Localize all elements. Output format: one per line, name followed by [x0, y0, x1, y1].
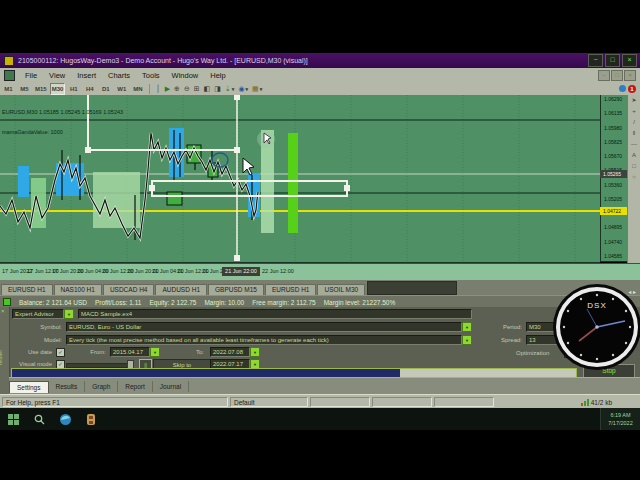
trendline-icon[interactable]: / [633, 119, 635, 126]
expert-advisor-field[interactable]: MACD Sample.ex4 [78, 309, 472, 319]
restore-button[interactable]: □ [605, 54, 620, 67]
search-button[interactable] [26, 408, 52, 430]
test-progress-fill [12, 369, 400, 377]
chart-area[interactable]: EURUSD,M30 1.05185 1.05245 1.05169 1.052… [0, 95, 600, 263]
use-date-checkbox[interactable]: ✓ [56, 348, 65, 357]
dropdown-caret[interactable]: ▾ [245, 84, 248, 94]
timeframe-button[interactable]: M5 [17, 83, 32, 95]
timeframe-button[interactable]: M30 [50, 83, 66, 95]
hline-icon[interactable]: — [631, 141, 637, 148]
start-button[interactable] [0, 408, 26, 430]
chart-tab[interactable]: NAS100 H1 [54, 284, 102, 295]
templates-icon[interactable]: ▦▾ [252, 84, 262, 94]
tester-type-dropdown-button[interactable]: ▼ [64, 309, 74, 319]
tester-type-select[interactable]: Expert Advisor [12, 309, 64, 319]
strategy-tester-panel: × Tester Expert Advisor ▼ MACD Sample.ex… [0, 307, 640, 394]
menu-item[interactable]: Tools [136, 71, 166, 80]
chart-tab[interactable]: EURUSD H1 [1, 284, 53, 295]
tester-tab[interactable]: Journal [153, 381, 189, 392]
symbol-dropdown-button[interactable]: ▼ [462, 322, 472, 332]
taskbar-clock[interactable]: 6:19 AM 7/17/2022 [600, 408, 640, 430]
chart-tab[interactable]: USOIL M30 [317, 284, 365, 295]
price-axis-label: 1.06135 [601, 111, 627, 116]
tile-windows-icon[interactable]: ⊞ [194, 84, 200, 94]
menu-item[interactable]: Help [204, 71, 231, 80]
chart-tab[interactable]: AUDUSD H1 [155, 284, 207, 295]
search-icon [34, 414, 45, 425]
profile-name[interactable]: Default [230, 397, 308, 407]
price-axis[interactable]: 1.062901.061351.059801.058251.056701.055… [600, 95, 627, 262]
zoom-in-icon[interactable]: ⊕ [174, 84, 180, 94]
minimize-button[interactable]: − [588, 54, 603, 67]
play-icon[interactable]: ▶ [165, 84, 170, 94]
tester-close-icon[interactable]: × [1, 308, 5, 314]
model-dropdown-button[interactable]: ▼ [462, 335, 472, 345]
clock-face [560, 291, 634, 363]
tester-panel-label: Tester [0, 350, 3, 366]
mdi-minimize-button[interactable]: − [598, 70, 610, 81]
hour-hand [579, 327, 597, 341]
tester-tab[interactable]: Settings [9, 381, 49, 393]
taskbar-app-browser[interactable] [52, 408, 78, 430]
clock-date: 7/17/2022 [601, 419, 640, 427]
crosshair-icon[interactable]: + [632, 108, 636, 115]
tick-chart-icon[interactable]: │ [156, 84, 160, 94]
model-select[interactable]: Every tick (the most precise method base… [66, 335, 462, 345]
menu-item[interactable]: Insert [71, 71, 102, 80]
close-button[interactable]: × [622, 54, 637, 67]
to-date-button[interactable]: ▼ [250, 347, 260, 357]
dropdown-caret[interactable]: ▾ [232, 84, 235, 94]
tester-tab[interactable]: Report [118, 381, 153, 392]
account-status-icon [3, 298, 11, 306]
price-axis-label: 1.04895 [601, 225, 627, 230]
menu-item[interactable]: Window [166, 71, 205, 80]
menu-item[interactable]: File [19, 71, 43, 80]
tester-tab[interactable]: Graph [85, 381, 118, 392]
timeframe-button[interactable]: D1 [98, 83, 113, 95]
from-date-field[interactable]: 2015.04.17 [110, 347, 150, 357]
mdi-close-button[interactable]: × [624, 70, 636, 81]
chart-tab-bar: EURUSD H1NAS100 H1USDCAD H4AUDUSD H1GBPU… [0, 280, 640, 295]
channel-icon[interactable]: ‖ [633, 130, 635, 137]
notification-badge: 1 [628, 85, 636, 93]
chart-tab[interactable]: USDCAD H4 [103, 284, 155, 295]
account-metric: Margin: 10.00 [204, 299, 244, 306]
timeframe-button[interactable]: M15 [33, 83, 49, 95]
from-date-button[interactable]: ▼ [150, 347, 160, 357]
dropdown-caret[interactable]: ▾ [260, 84, 263, 94]
spread-label: Spread: [496, 337, 522, 343]
timeframe-button[interactable]: W1 [114, 83, 129, 95]
cursor-icon[interactable]: ➤ [631, 97, 636, 104]
auto-scroll-icon[interactable]: ◨ [214, 84, 221, 94]
tester-tab[interactable]: Results [49, 381, 86, 392]
chart-tab-active[interactable] [367, 281, 457, 295]
rectangle-icon[interactable]: □ [632, 163, 636, 170]
ellipse-icon[interactable]: ○ [632, 174, 636, 181]
text-icon[interactable]: A [632, 152, 636, 159]
to-label: To: [178, 349, 204, 355]
timeframe-button[interactable]: H4 [82, 83, 97, 95]
chart-tab[interactable]: GBPUSD M15 [208, 284, 264, 295]
windows-logo-icon [8, 414, 19, 425]
to-date-field[interactable]: 2022.07.08 [210, 347, 250, 357]
time-axis-label: 22 Jun 12:00 [262, 268, 294, 274]
app-icon [4, 56, 14, 66]
price-axis-label: 1.04585 [601, 254, 627, 259]
chart-tab[interactable]: EURUSD H1 [265, 284, 317, 295]
menu-item[interactable]: View [43, 71, 71, 80]
zoom-out-icon[interactable]: ⊖ [184, 84, 190, 94]
menu-item[interactable]: Charts [102, 71, 136, 80]
taskbar-app-mt4[interactable] [78, 408, 104, 430]
time-axis[interactable]: 17 Jun 202217 Jun 12:0017 Jun 20:0020 Ju… [0, 263, 640, 281]
symbol-select[interactable]: EURUSD, Euro - US Dollar [66, 322, 462, 332]
indicators-icon[interactable]: ⇣▾ [225, 84, 234, 94]
objects-icon[interactable]: ◉▾ [238, 84, 248, 94]
chart-shift-icon[interactable]: ◧ [204, 84, 211, 94]
dsx-clock-overlay: DSX [556, 287, 638, 367]
mdi-restore-button[interactable]: □ [611, 70, 623, 81]
from-label: From: [78, 349, 106, 355]
timeframe-button[interactable]: M1 [1, 83, 16, 95]
timeframe-button[interactable]: H1 [66, 83, 81, 95]
timeframe-button[interactable]: MN [130, 83, 145, 95]
toolbar: M1M5M15M30H1H4D1W1MN │▶⊕⊖⊞◧◨⇣▾◉▾▦▾ 1 [0, 82, 640, 96]
